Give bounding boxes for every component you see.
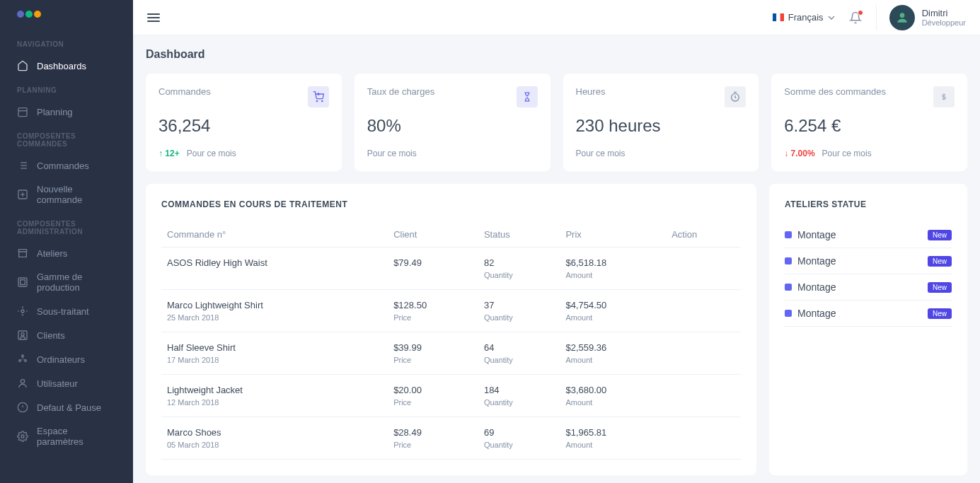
atelier-item[interactable]: MontageNew xyxy=(785,248,952,274)
table-row[interactable]: Marco Lightweight Shirt25 March 2018$128… xyxy=(161,290,741,332)
order-price: $20.00 xyxy=(393,385,473,395)
stat-card: Heures230 heuresPour ce mois xyxy=(563,74,759,171)
svg-rect-11 xyxy=(18,278,27,286)
sidebar-item-sous-traitant[interactable]: Sous-traitant xyxy=(0,299,133,323)
nav-icon xyxy=(17,330,28,341)
sidebar-item-utilisateur[interactable]: Utilisateur xyxy=(0,371,133,395)
sidebar-item-nouvelle-commande[interactable]: Nouvelle commande xyxy=(0,178,133,211)
order-amount: $3,680.00 xyxy=(565,385,660,395)
table-row[interactable]: ASOS Ridley High Waist$79.4982Quantity$6… xyxy=(161,248,741,290)
status-badge: New xyxy=(928,230,952,240)
nav-label: Gamme de production xyxy=(37,272,116,293)
nav-label: Clients xyxy=(37,330,65,341)
order-name: Marco Lightweight Shirt xyxy=(167,300,382,310)
logo-dot xyxy=(17,11,24,18)
table-row[interactable]: Marco Shoes05 March 2018$28.49Price69Qua… xyxy=(161,417,741,460)
nav-icon xyxy=(17,248,28,259)
order-date: 17 March 2018 xyxy=(167,356,382,364)
order-amount: $1,965.81 xyxy=(565,427,660,438)
nav-label: Planning xyxy=(37,107,73,117)
nav-label: Ordinateurs xyxy=(37,354,85,365)
nav-label: Nouvelle commande xyxy=(37,184,116,205)
nav-label: Espace paramètres xyxy=(37,426,116,447)
sidebar-item-dashboards[interactable]: Dashboards xyxy=(0,54,133,78)
cart-icon xyxy=(308,86,329,107)
svg-rect-24 xyxy=(773,13,776,21)
trend-down: ↓ 7.00% xyxy=(784,149,814,158)
square-icon xyxy=(785,257,792,264)
notifications-button[interactable] xyxy=(849,11,862,24)
nav-icon xyxy=(17,402,28,413)
nav-icon xyxy=(17,60,28,71)
sidebar: NAVIGATIONDashboardsPLANNINGPlanningCOMP… xyxy=(0,0,133,483)
table-row[interactable]: Lightweight Jacket12 March 2018$20.00Pri… xyxy=(161,375,741,417)
svg-point-13 xyxy=(21,310,24,313)
ateliers-panel-title: ATELIERS STATUE xyxy=(785,199,952,209)
atelier-item[interactable]: MontageNew xyxy=(785,301,952,327)
col-status: Status xyxy=(478,222,560,248)
section-title: COMPOSENTES COMMANDES xyxy=(0,124,133,153)
square-icon xyxy=(785,284,792,291)
orders-panel: COMMANDES EN COURS DE TRAITEMENT Command… xyxy=(146,184,756,475)
status-badge: New xyxy=(928,256,952,267)
section-title: PLANNING xyxy=(0,78,133,100)
sidebar-item-planning[interactable]: Planning xyxy=(0,100,133,124)
language-selector[interactable]: Français xyxy=(773,12,835,23)
square-icon xyxy=(785,231,792,238)
stat-sub: Pour ce mois xyxy=(822,149,872,158)
dollar-icon xyxy=(933,86,955,107)
col-client: Client xyxy=(388,222,478,248)
order-qty: 184 xyxy=(484,385,555,395)
order-amount: $2,559.36 xyxy=(565,342,660,353)
svg-point-29 xyxy=(321,100,322,101)
svg-rect-26 xyxy=(780,13,783,21)
order-qty: 69 xyxy=(484,427,555,438)
nav-label: Commandes xyxy=(37,161,89,171)
avatar xyxy=(889,5,915,30)
sidebar-item-clients[interactable]: Clients xyxy=(0,323,133,347)
svg-point-19 xyxy=(21,380,24,383)
user-menu[interactable]: Dimitri Développeur xyxy=(876,5,966,30)
stat-label: Taux de charges xyxy=(367,86,434,97)
status-badge: New xyxy=(928,308,952,319)
chevron-down-icon xyxy=(828,16,835,20)
svg-rect-25 xyxy=(776,13,780,21)
sidebar-item-gamme-de-production[interactable]: Gamme de production xyxy=(0,265,133,299)
sidebar-item-espace-param-tres[interactable]: Espace paramètres xyxy=(0,419,133,453)
order-price: $79.49 xyxy=(393,257,473,268)
atelier-label: Montage xyxy=(797,308,836,319)
nav-icon xyxy=(17,305,28,317)
stat-label: Commandes xyxy=(158,86,211,97)
atelier-item[interactable]: MontageNew xyxy=(785,222,952,248)
order-amount: $4,754.50 xyxy=(565,300,660,310)
menu-toggle-icon[interactable] xyxy=(147,13,160,22)
stat-sub: Pour ce mois xyxy=(367,149,417,158)
atelier-item[interactable]: MontageNew xyxy=(785,274,952,301)
sidebar-item-defaut-pause[interactable]: Defaut & Pause xyxy=(0,395,133,419)
notification-dot xyxy=(858,10,863,16)
order-name: Half Sleeve Shirt xyxy=(167,342,382,353)
order-name: Marco Shoes xyxy=(167,427,382,438)
stat-value: 36,254 xyxy=(158,116,329,136)
table-row[interactable]: Half Sleeve Shirt17 March 2018$39.99Pric… xyxy=(161,332,741,375)
atelier-label: Montage xyxy=(797,281,836,293)
logo xyxy=(0,11,133,32)
nav-icon xyxy=(17,378,28,389)
logo-dot xyxy=(25,11,33,18)
nav-icon xyxy=(17,189,28,200)
nav-label: Dashboards xyxy=(37,61,86,71)
order-date: 12 March 2018 xyxy=(167,398,382,407)
order-date: 05 March 2018 xyxy=(167,441,382,449)
svg-point-23 xyxy=(21,435,24,438)
stat-sub: Pour ce mois xyxy=(187,149,236,158)
language-label: Français xyxy=(788,12,824,23)
order-date: 25 March 2018 xyxy=(167,313,382,322)
sidebar-item-commandes[interactable]: Commandes xyxy=(0,153,133,178)
svg-point-28 xyxy=(316,100,317,101)
sidebar-item-ateliers[interactable]: Ateliers xyxy=(0,241,133,265)
order-name: ASOS Ridley High Waist xyxy=(167,257,382,268)
nav-label: Ateliers xyxy=(37,248,67,259)
sidebar-item-ordinateurs[interactable]: Ordinateurs xyxy=(0,347,133,371)
order-name: Lightweight Jacket xyxy=(167,385,382,395)
col-prix: Prix xyxy=(560,222,666,248)
